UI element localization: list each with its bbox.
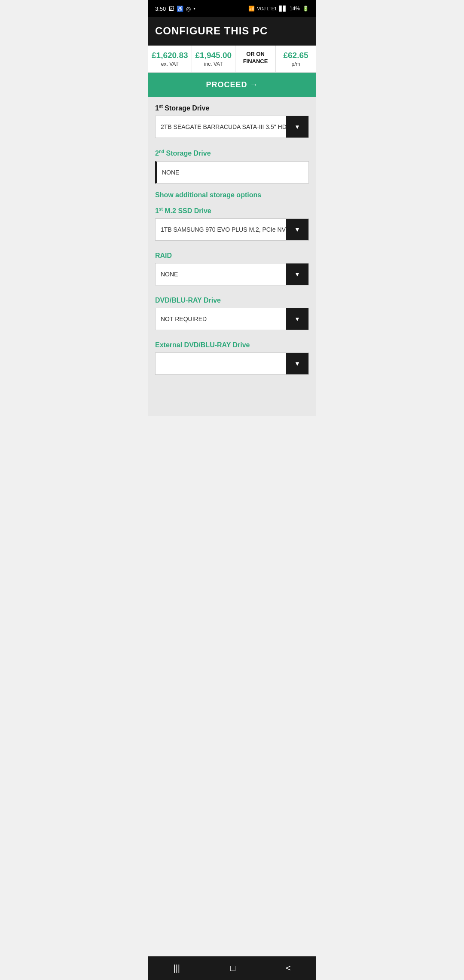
price-bar: £1,620.83 ex. VAT £1,945.00 inc. VAT OR … (148, 46, 316, 73)
ex-vat-label: ex. VAT (152, 61, 188, 67)
storage1-label: 1st Storage Drive (155, 104, 309, 112)
m2ssd-dropdown-btn[interactable]: ▼ (286, 219, 308, 240)
pm-label: p/m (279, 61, 312, 67)
target-icon: ◎ (186, 6, 191, 12)
price-inc-vat: £1,945.00 inc. VAT (192, 46, 236, 72)
proceed-button[interactable]: PROCEED → (148, 73, 316, 97)
battery-icon: 🔋 (302, 6, 309, 12)
m2ssd-select[interactable]: 1TB SAMSUNG 970 EVO PLUS M.2, PCIe NVMe … (155, 218, 309, 241)
ext-dvd-value (156, 353, 286, 374)
page-header: CONFIGURE THIS PC (148, 17, 316, 46)
signal-icon: ▋▋ (279, 6, 287, 12)
chevron-down-icon: ▼ (294, 123, 300, 130)
storage2-value: NONE (155, 161, 309, 184)
dvd-value: NOT REQUIRED (156, 308, 286, 330)
finance-label: OR ON FINANCE (239, 51, 272, 65)
inc-vat-label: inc. VAT (195, 61, 232, 67)
storage1-select[interactable]: 2TB SEAGATE BARRACUDA SATA-III 3.5" HDD,… (155, 116, 309, 138)
ext-dvd-select[interactable]: ▼ (155, 352, 309, 375)
status-bar: 3:50 🖼 ♿ ◎ • 📶 VOJ LTE1 ▋▋ 14% 🔋 (148, 0, 316, 17)
battery-display: 14% (290, 6, 300, 12)
m2ssd-label: 1st M.2 SSD Drive (155, 207, 309, 215)
raid-select[interactable]: NONE ▼ (155, 263, 309, 285)
chevron-down-icon: ▼ (294, 226, 300, 233)
status-left: 3:50 🖼 ♿ ◎ • (155, 6, 195, 12)
lte-icon: VOJ LTE1 (257, 6, 277, 11)
ext-dvd-dropdown-btn[interactable]: ▼ (286, 353, 308, 374)
chevron-down-icon: ▼ (294, 315, 300, 322)
time-display: 3:50 (155, 6, 166, 12)
price-ex-vat: £1,620.83 ex. VAT (148, 46, 192, 72)
inc-vat-amount: £1,945.00 (195, 51, 232, 60)
storage1-value: 2TB SEAGATE BARRACUDA SATA-III 3.5" HDD,… (156, 116, 286, 138)
show-additional-storage-link[interactable]: Show additional storage options (155, 191, 309, 199)
dvd-select[interactable]: NOT REQUIRED ▼ (155, 308, 309, 330)
dvd-dropdown-btn[interactable]: ▼ (286, 308, 308, 330)
price-finance: OR ON FINANCE (235, 46, 276, 72)
storage2-label: 2nd Storage Drive (155, 149, 309, 157)
accessibility-icon: ♿ (177, 6, 183, 12)
chevron-down-icon: ▼ (294, 271, 300, 278)
raid-label: RAID (155, 252, 309, 260)
ext-dvd-label: External DVD/BLU-RAY Drive (155, 341, 309, 349)
wifi-icon: 📶 (248, 6, 255, 12)
pm-amount: £62.65 (279, 51, 312, 60)
main-content: 1st Storage Drive 2TB SEAGATE BARRACUDA … (148, 97, 316, 416)
status-right: 📶 VOJ LTE1 ▋▋ 14% 🔋 (248, 6, 309, 12)
dot-icon: • (193, 6, 195, 12)
photo-icon: 🖼 (168, 6, 174, 12)
raid-value: NONE (156, 263, 286, 285)
m2ssd-value: 1TB SAMSUNG 970 EVO PLUS M.2, PCIe NVMe (156, 219, 286, 240)
dvd-label: DVD/BLU-RAY Drive (155, 297, 309, 304)
chevron-down-icon: ▼ (294, 360, 300, 367)
price-pm: £62.65 p/m (276, 46, 316, 72)
raid-dropdown-btn[interactable]: ▼ (286, 263, 308, 285)
page-title: CONFIGURE THIS PC (155, 25, 309, 37)
storage1-dropdown-btn[interactable]: ▼ (286, 116, 308, 138)
ex-vat-amount: £1,620.83 (152, 51, 188, 60)
